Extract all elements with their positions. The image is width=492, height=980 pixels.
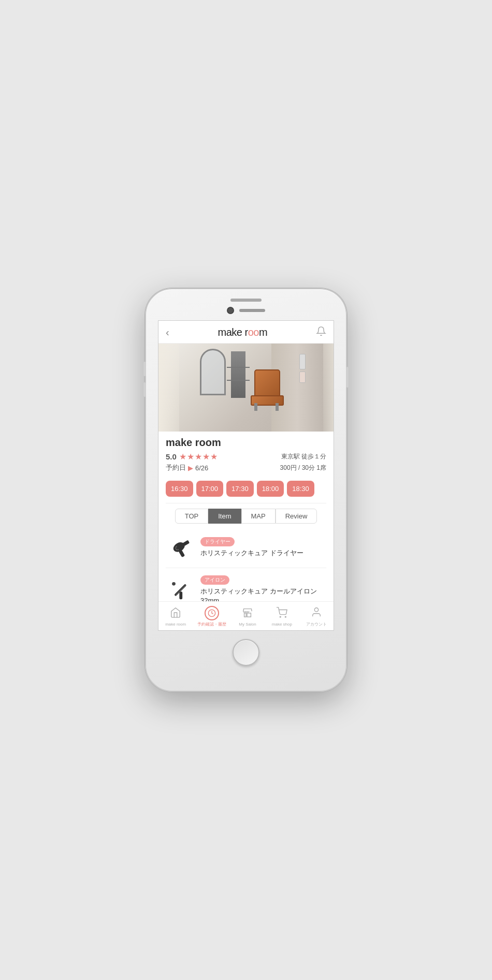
logo-accent2: o xyxy=(253,326,259,338)
sensor xyxy=(239,309,265,312)
back-button[interactable]: ‹ xyxy=(166,326,169,338)
rating-row: 5.0 ★★★★★ xyxy=(166,452,218,462)
tab-bar: TOP Item MAP Review xyxy=(158,506,334,527)
phone-frame: ‹ make room xyxy=(145,288,347,692)
bottom-nav: make room 予約確認・履歴 xyxy=(158,601,334,630)
nav-label-mysalon: My Salon xyxy=(239,622,256,627)
nav-item-mysalon[interactable]: My Salon xyxy=(235,607,261,627)
list-item: ドライヤー ホリスティックキュア ドライヤー xyxy=(166,527,326,568)
salon-image xyxy=(158,344,334,432)
dryer-icon xyxy=(167,534,193,560)
salon-info: make room 5.0 ★★★★★ 東京駅 徒歩１分 予約日 ▶ 6/26 … xyxy=(158,432,334,477)
user-icon xyxy=(311,606,322,620)
home-icon xyxy=(170,607,181,621)
items-list: ドライヤー ホリスティックキュア ドライヤー xyxy=(158,527,334,601)
tab-map[interactable]: MAP xyxy=(241,509,276,524)
svg-point-16 xyxy=(314,607,318,611)
bell-icon[interactable] xyxy=(316,326,326,339)
svg-rect-9 xyxy=(179,592,182,600)
nav-label-booking: 予約確認・履歴 xyxy=(197,621,226,627)
iron-item-details: アイロン ホリスティックキュア カールアイロン 32mm xyxy=(200,574,326,601)
phone-screen: ‹ make room xyxy=(158,320,334,631)
iron-icon xyxy=(167,577,193,601)
time-slot-1700[interactable]: 17:00 xyxy=(196,481,224,497)
svg-point-10 xyxy=(172,582,176,586)
time-slot-1800[interactable]: 18:00 xyxy=(257,481,284,497)
nav-label-account: アカウント xyxy=(306,621,327,627)
time-slot-1730[interactable]: 17:30 xyxy=(226,481,254,497)
logo-accent1: o xyxy=(248,326,254,338)
camera-row xyxy=(227,307,265,314)
tab-review[interactable]: Review xyxy=(276,509,317,524)
location-text: 東京駅 徒歩１分 xyxy=(281,452,326,461)
time-slot-1630[interactable]: 16:30 xyxy=(166,481,193,497)
speaker xyxy=(230,299,262,302)
booking-circle xyxy=(205,606,219,620)
iron-tag: アイロン xyxy=(200,575,229,585)
nav-label-makeshop: make shop xyxy=(272,622,292,627)
svg-rect-13 xyxy=(247,613,251,616)
nav-item-makeroom[interactable]: make room xyxy=(163,607,189,627)
app-logo: make room xyxy=(218,326,268,338)
nav-label-makeroom: make room xyxy=(165,622,186,627)
dryer-name: ホリスティックキュア ドライヤー xyxy=(200,548,326,558)
store-icon xyxy=(242,607,253,621)
iron-icon-area xyxy=(166,576,194,601)
dryer-item-details: ドライヤー ホリスティックキュア ドライヤー xyxy=(200,536,326,558)
dryer-icon-area xyxy=(166,533,194,561)
home-button[interactable] xyxy=(233,639,259,666)
booking-date: 予約日 ▶ 6/26 xyxy=(166,463,208,472)
svg-point-14 xyxy=(280,616,281,617)
tab-top[interactable]: TOP xyxy=(175,509,209,524)
booking-price: 300円 / 30分 1席 xyxy=(280,464,326,472)
divider xyxy=(166,503,326,503)
iron-name: ホリスティックキュア カールアイロン 32mm xyxy=(200,587,326,601)
nav-item-account[interactable]: アカウント xyxy=(303,606,329,627)
dryer-tag: ドライヤー xyxy=(200,537,235,546)
svg-rect-12 xyxy=(244,613,247,616)
app-header: ‹ make room xyxy=(158,321,334,344)
power-button xyxy=(346,367,349,388)
list-item: アイロン ホリスティックキュア カールアイロン 32mm xyxy=(166,568,326,601)
nav-item-makeshop[interactable]: make shop xyxy=(269,607,295,627)
rating-number: 5.0 xyxy=(166,452,177,461)
vol-down-button xyxy=(143,382,146,397)
svg-point-15 xyxy=(285,616,286,617)
booking-row: 予約日 ▶ 6/26 300円 / 30分 1席 xyxy=(166,463,326,472)
nav-item-booking[interactable]: 予約確認・履歴 xyxy=(197,606,226,627)
time-slots-container: 16:30 17:00 17:30 18:00 18:30 xyxy=(158,477,334,501)
stars: ★★★★★ xyxy=(179,452,218,462)
time-slot-1830[interactable]: 18:30 xyxy=(287,481,314,497)
cart-icon xyxy=(276,607,287,621)
tab-item[interactable]: Item xyxy=(208,509,241,524)
camera xyxy=(227,307,234,314)
vol-up-button xyxy=(143,362,146,376)
salon-name: make room xyxy=(166,437,326,449)
